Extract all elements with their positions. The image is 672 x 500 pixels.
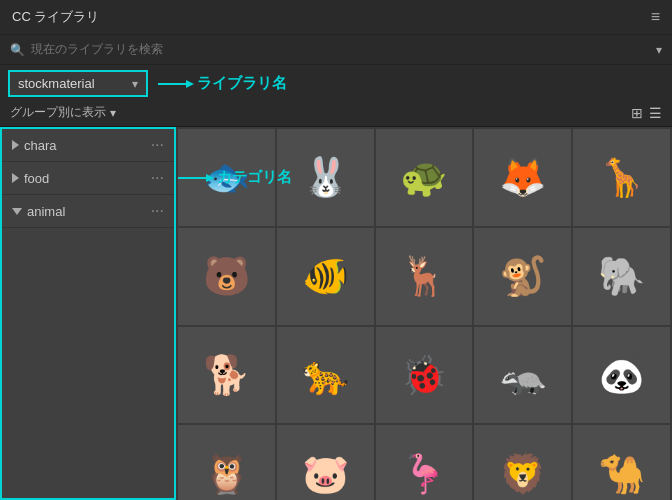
search-wrapper: 🔍 現在のライブラリを検索 <box>10 41 656 58</box>
grid-cell[interactable]: 🐼 <box>573 327 670 424</box>
library-annotation: ライブラリ名 <box>158 74 287 93</box>
list-view-icon[interactable]: ☰ <box>649 105 662 121</box>
search-bar: 🔍 現在のライブラリを検索 ▾ <box>0 35 672 65</box>
grid-cell[interactable]: 🐰 <box>277 129 374 226</box>
image-grid: 🐟🐰🐢🦊🦒🐻🐠🦌🐒🐘🐕🐆🐞🦡🐼🦉🐷🦩🦁🐪 <box>176 127 672 500</box>
grid-cell[interactable]: 🦁 <box>474 425 571 500</box>
grid-cell[interactable]: 🦒 <box>573 129 670 226</box>
search-placeholder: 現在のライブラリを検索 <box>31 41 163 58</box>
groupby-label[interactable]: グループ別に表示 ▾ <box>10 104 116 121</box>
category-food-left: food <box>12 171 49 186</box>
category-animal-left: animal <box>12 204 65 219</box>
animal-label: animal <box>27 204 65 219</box>
category-chara-left: chara <box>12 138 57 153</box>
grid-cell[interactable]: 🐒 <box>474 228 571 325</box>
library-name-input[interactable] <box>18 76 132 91</box>
chara-collapse-icon <box>12 140 19 150</box>
content-area: chara ··· food ··· <box>0 127 672 500</box>
grid-cell[interactable]: 🐻 <box>178 228 275 325</box>
chara-label: chara <box>24 138 57 153</box>
menu-icon[interactable]: ≡ <box>651 8 660 26</box>
header: CC ライブラリ ≡ <box>0 0 672 35</box>
library-chevron: ▾ <box>132 77 138 91</box>
sidebar-panel: chara ··· food ··· <box>0 127 176 500</box>
grid-cell[interactable]: 🦉 <box>178 425 275 500</box>
groupby-bar: グループ別に表示 ▾ ⊞ ☰ <box>0 99 672 127</box>
food-label: food <box>24 171 49 186</box>
app-window: CC ライブラリ ≡ 🔍 現在のライブラリを検索 ▾ ▾ ライブラリ名 グループ… <box>0 0 672 500</box>
category-animal[interactable]: animal ··· <box>2 195 174 228</box>
grid-cell[interactable]: 🦩 <box>376 425 473 500</box>
grid-cell[interactable]: 🐪 <box>573 425 670 500</box>
svg-marker-1 <box>186 80 194 88</box>
grid-cell[interactable]: 🐘 <box>573 228 670 325</box>
library-annotation-arrow <box>158 77 194 91</box>
library-selector-box[interactable]: ▾ <box>8 70 148 97</box>
grid-cell[interactable]: 🐠 <box>277 228 374 325</box>
library-row: ▾ ライブラリ名 <box>0 65 672 99</box>
category-chara[interactable]: chara ··· <box>2 129 174 162</box>
grid-cell[interactable]: 🐞 <box>376 327 473 424</box>
grid-cell[interactable]: 🦊 <box>474 129 571 226</box>
food-collapse-icon <box>12 173 19 183</box>
grid-view-icon[interactable]: ⊞ <box>631 105 643 121</box>
chara-options-icon[interactable]: ··· <box>151 136 164 154</box>
animal-options-icon[interactable]: ··· <box>151 202 164 220</box>
grid-cell[interactable]: 🐢 <box>376 129 473 226</box>
image-grid-area: 🐟🐰🐢🦊🦒🐻🐠🦌🐒🐘🐕🐆🐞🦡🐼🦉🐷🦩🦁🐪 <box>176 127 672 500</box>
view-toggle: ⊞ ☰ <box>631 105 662 121</box>
grid-cell[interactable]: 🐟 <box>178 129 275 226</box>
library-annotation-text: ライブラリ名 <box>197 74 287 93</box>
category-food[interactable]: food ··· <box>2 162 174 195</box>
grid-cell[interactable]: 🦡 <box>474 327 571 424</box>
animal-expand-icon <box>12 208 22 215</box>
food-annotation-wrapper: food ··· カテゴリ名 <box>2 162 174 195</box>
app-title: CC ライブラリ <box>12 8 99 26</box>
grid-cell[interactable]: 🐆 <box>277 327 374 424</box>
food-options-icon[interactable]: ··· <box>151 169 164 187</box>
search-chevron[interactable]: ▾ <box>656 43 662 57</box>
grid-cell[interactable]: 🐕 <box>178 327 275 424</box>
search-icon: 🔍 <box>10 43 25 57</box>
grid-cell[interactable]: 🐷 <box>277 425 374 500</box>
grid-cell[interactable]: 🦌 <box>376 228 473 325</box>
